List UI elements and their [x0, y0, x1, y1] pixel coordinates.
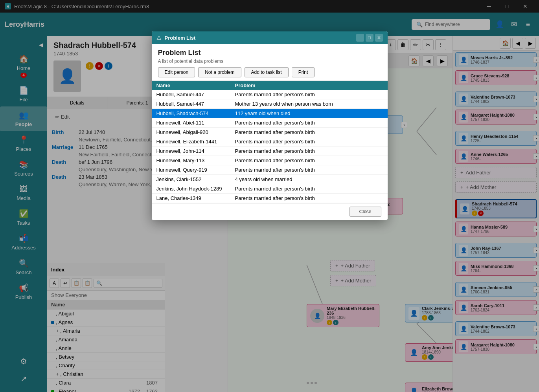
add-to-task-btn[interactable]: Add to task list	[245, 67, 289, 77]
modal-overlay: ⚠ Problem List ─ □ ✕ Problem List A list…	[0, 0, 539, 392]
modal-header: Problem List A list of potential data pr…	[152, 44, 388, 67]
problem-row[interactable]: Hunnewell, Elizabeth-1441 Parents marrie…	[152, 137, 388, 147]
modal-close-x-btn[interactable]: ✕	[375, 34, 383, 42]
modal-table-header: Name Problem	[152, 81, 388, 90]
problem-row[interactable]: Hubbell, Samuel-447 Mother 13 years old …	[152, 99, 388, 109]
problem-row-selected[interactable]: Hubbell, Shadrach-574 112 years old when…	[152, 109, 388, 118]
modal-close-btn[interactable]: Close	[350, 207, 381, 217]
col-name-label: Name	[156, 82, 235, 88]
problem-row[interactable]: Hunnewell, Mary-113 Parents married afte…	[152, 156, 388, 165]
problem-row[interactable]: Jenkins, Clark-1552 4 years old when mar…	[152, 175, 388, 184]
problem-row[interactable]: Hunnewell, Query-919 Parents married aft…	[152, 165, 388, 175]
problem-row[interactable]: Hunnewell, Abiel-111 Parents married aft…	[152, 118, 388, 128]
modal-titlebar: ⚠ Problem List ─ □ ✕	[152, 31, 388, 44]
modal-titlebar-text: Problem List	[165, 35, 353, 41]
print-btn[interactable]: Print	[292, 67, 315, 77]
problem-list-modal: ⚠ Problem List ─ □ ✕ Problem List A list…	[152, 31, 388, 220]
problem-row[interactable]: Hunnewell, John-114 Parents married afte…	[152, 147, 388, 156]
problem-row[interactable]: Hunnewell, Abigail-920 Parents married a…	[152, 128, 388, 137]
modal-header-subtitle: A list of potential data problems	[158, 59, 381, 64]
modal-minimize-btn[interactable]: ─	[356, 34, 364, 42]
not-a-problem-btn[interactable]: Not a problem	[198, 67, 241, 77]
problem-row[interactable]: Hubbell, Samuel-447 Parents married afte…	[152, 90, 388, 99]
modal-maximize-btn[interactable]: □	[366, 34, 373, 42]
problem-row[interactable]: Lane, Charles-1349 Parents married after…	[152, 194, 388, 203]
modal-icon: ⚠	[156, 35, 162, 41]
modal-footer: Close	[152, 203, 388, 220]
modal-header-title: Problem List	[158, 49, 381, 57]
problem-row[interactable]: Jenkins, John Haydock-1289 Parents marri…	[152, 184, 388, 194]
modal-table-body: Hubbell, Samuel-447 Parents married afte…	[152, 90, 388, 203]
modal-titlebar-btns: ─ □ ✕	[356, 34, 383, 42]
modal-action-btns: Edit person Not a problem Add to task li…	[152, 67, 388, 81]
edit-person-btn[interactable]: Edit person	[158, 67, 195, 77]
col-problem-label: Problem	[235, 82, 383, 88]
